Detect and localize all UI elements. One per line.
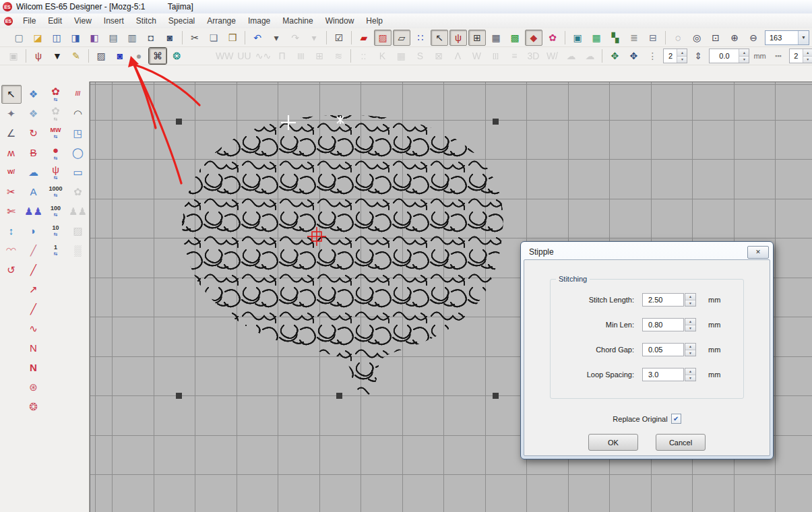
spin-down-icon[interactable]: ▼ [685,300,695,307]
field-stepper[interactable]: ▲▼ [685,318,696,331]
spin-down-icon[interactable]: ▼ [685,375,695,381]
field-stepper[interactable]: ▲▼ [685,368,696,381]
line-arrows-button[interactable]: ↗ [24,280,44,299]
spin-up-icon[interactable]: ▲ [685,294,695,300]
zoom-1to1-button[interactable]: ◎ [688,30,706,46]
polygon-select-button[interactable]: ✦ [1,104,22,123]
trapunto-outline-button[interactable]: ❂ [168,48,185,64]
spin-down-icon[interactable]: ▼ [739,57,749,63]
mirror-rows-button[interactable]: ⋮ [644,48,661,64]
ellipse-rotate-button[interactable]: ↺ [1,261,22,280]
stitch-scissors-button[interactable]: ✂ [1,183,22,201]
menu-image[interactable]: Image [242,14,276,28]
undo-dropdown-button[interactable]: ▾ [268,30,285,46]
remove-function-button[interactable]: B [24,143,44,162]
circle-fill-button[interactable]: ● [130,48,148,64]
rotate-stitch-button[interactable]: ↻ [24,124,44,143]
cols-count-spinner[interactable]: 2▲▼ [789,49,812,63]
scale-10-button[interactable]: 10⇆ [46,222,66,241]
lettering-tool-button[interactable]: A [24,183,44,201]
applique-show-button[interactable]: ◆ [525,30,542,46]
spin-down-icon[interactable]: ▼ [685,325,695,331]
stitch-length-button[interactable]: ↕ [1,222,22,241]
spin-down-icon[interactable]: ▼ [685,350,695,356]
print-preview-button[interactable]: ▥ [123,30,141,46]
zoom-out-button[interactable]: ⊖ [745,30,762,46]
line-dashes-button[interactable]: ╱ [24,261,44,280]
needle-position-button[interactable]: ψ [449,30,467,46]
spin-down-icon[interactable]: ▼ [803,57,812,63]
menu-file[interactable]: File [17,14,42,28]
puff-shape-button[interactable]: ☁ [24,163,44,182]
stitch-edit-button[interactable]: ʍ [1,143,22,162]
parallel-effect-button[interactable]: /// [68,85,88,104]
field-input[interactable]: 2.50 [642,293,684,307]
undo-button[interactable]: ↶ [249,30,266,46]
field-input[interactable]: 0.80 [642,318,684,331]
zoom-in-button[interactable]: ⊕ [726,30,743,46]
mirror-merge-x-button[interactable]: ✥ [606,48,623,64]
penetrations-button[interactable]: ψ [30,48,47,64]
scale-1-button[interactable]: 1⇆ [46,241,66,260]
spin-down-icon[interactable]: ▼ [677,57,687,63]
columns-button[interactable]: ▪▪▪ [770,48,787,64]
zoom-level-combo[interactable]: 163▼ [765,30,809,45]
ellipse-tool-button[interactable]: ◯ [68,143,88,162]
menu-window[interactable]: Window [319,14,361,28]
needle-point-view-button[interactable]: ∷ [412,30,429,46]
spin-up-icon[interactable]: ▲ [685,369,695,375]
reshape-fill-button[interactable]: ❖ [24,104,44,123]
stipple-dialog-titlebar[interactable]: Stipple ✕ [524,245,770,259]
rows-count-spinner[interactable]: 2▲▼ [663,49,687,63]
scale-1000-button[interactable]: 1000⇆ [46,183,66,201]
scale-100-button[interactable]: 100⇆ [46,202,66,221]
sewing-machine-button[interactable]: ◘ [142,30,160,46]
rectangle-tool-button[interactable]: ▭ [68,163,88,182]
save-to-machine-button[interactable]: ◨ [67,30,84,46]
needle-spacing-button[interactable]: ψ⇆ [46,163,66,182]
stipple-fill-button[interactable]: ⌘ [149,48,166,64]
machine-connect-button[interactable]: ◙ [161,30,179,46]
zigzag-width-button[interactable]: MW⇆ [46,124,66,143]
eyelet-wheel-button[interactable]: ❂ [24,397,44,416]
auto-fill-button[interactable]: ▨ [92,48,110,64]
line-plain-button[interactable]: ╱ [24,300,44,319]
print-button[interactable]: ▤ [104,30,122,46]
spiral-fill-button[interactable]: ◙ [111,48,129,64]
stitch-sequence-button[interactable]: ≣ [625,30,643,46]
replace-original-checkbox[interactable]: ✔ [671,414,681,424]
ok-button[interactable]: OK [588,434,638,451]
menu-edit[interactable]: Edit [42,14,68,28]
cancel-button[interactable]: Cancel [656,434,706,451]
zigzag-line-button[interactable]: ∿ [24,319,44,338]
cut-needle-button[interactable]: ✄ [1,202,22,221]
eyelet-star-button[interactable]: ⊛ [24,378,44,397]
outline-view-button[interactable]: ▱ [393,30,410,46]
vertex-edit-button[interactable]: ∠ [1,124,22,143]
menu-special[interactable]: Special [162,14,201,28]
save-button[interactable]: ◫ [48,30,65,46]
menu-stitch[interactable]: Stitch [130,14,162,28]
new-document-button[interactable]: ▢ [10,30,28,46]
cols-count-stepper[interactable]: ▲▼ [803,49,812,63]
design-properties-button[interactable]: ▣ [569,30,586,46]
write-to-disk-button[interactable]: ◧ [86,30,103,46]
spin-up-icon[interactable]: ▲ [739,49,749,57]
menu-machine[interactable]: Machine [276,14,319,28]
triple-run-button[interactable]: N [24,358,44,377]
menu-insert[interactable]: Insert [98,14,130,28]
row-spacing-stepper[interactable]: ▲▼ [739,49,749,63]
menu-help[interactable]: Help [360,14,389,28]
fan-tool-button[interactable]: ◠◠ [1,241,22,260]
grid-show-button[interactable]: ⊞ [468,30,486,46]
run-stitch-button[interactable]: N [24,339,44,358]
line-nodes-button[interactable]: ╱ [24,241,44,260]
field-input[interactable]: 3.0 [642,368,684,381]
reshape-object-button[interactable]: ❖ [24,85,44,104]
row-spacing-spinner[interactable]: 0.0▲▼ [709,49,749,63]
mirror-merge-y-button[interactable]: ✥ [625,48,642,64]
select-tool-button[interactable]: ↖ [1,85,22,104]
field-stepper[interactable]: ▲▼ [685,343,696,356]
spin-up-icon[interactable]: ▲ [685,344,695,350]
stitch-angle-button[interactable]: W/ [1,163,22,182]
